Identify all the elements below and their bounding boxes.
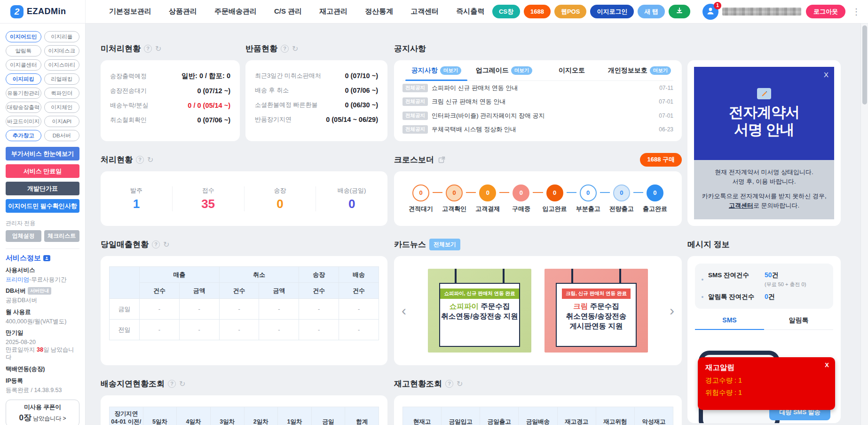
refresh-icon[interactable]: ↻ xyxy=(457,379,463,388)
pill-alimtalk[interactable]: 알림톡 xyxy=(6,45,41,56)
scrollbar-thumb[interactable] xyxy=(862,25,867,104)
close-icon[interactable]: X xyxy=(824,71,829,79)
checklist-button[interactable]: 체크리스트 xyxy=(44,230,80,242)
refresh-icon[interactable]: ↻ xyxy=(179,379,185,388)
external-link-icon[interactable] xyxy=(438,156,445,163)
step-quote-wait[interactable]: 0견적대기 xyxy=(406,184,435,213)
pill-ezreple[interactable]: 이지리플 xyxy=(44,31,80,42)
nav-basic-info[interactable]: 기본정보관리 xyxy=(109,7,151,16)
help-icon[interactable]: ? xyxy=(136,156,144,164)
pill-bulk-invoice[interactable]: 대량송장출력 xyxy=(6,102,41,113)
tab-privacy[interactable]: 개인정보보호더보기 xyxy=(606,60,673,80)
coupon-line1: 미사용 쿠폰이 xyxy=(9,403,76,411)
more-badge[interactable]: 더보기 xyxy=(650,66,671,75)
help-icon[interactable]: ? xyxy=(144,45,152,53)
nav-cs[interactable]: C/S 관리 xyxy=(274,7,302,16)
step-full-out[interactable]: 0전량출고 xyxy=(607,184,636,213)
stat-value[interactable]: 35 xyxy=(173,197,244,211)
refresh-icon[interactable]: ↻ xyxy=(292,44,298,53)
pill-ezdesk[interactable]: 이지데스크 xyxy=(44,45,80,56)
help-icon[interactable]: ? xyxy=(281,45,289,53)
nav-inventory[interactable]: 재고관리 xyxy=(319,7,347,16)
ez-login-button[interactable]: 이지로그인 xyxy=(590,5,634,18)
notice-item[interactable]: 전체공지크림 신규 판매처 연동 안내07-01 xyxy=(402,95,673,109)
service-expiry-button[interactable]: 서비스 만료일 xyxy=(6,164,79,178)
notice-item[interactable]: 전체공지쇼피파이 신규 판매처 연동 안내07-11 xyxy=(402,81,673,95)
avatar[interactable]: 1 xyxy=(702,4,718,20)
server-guide-badge[interactable]: 서버안내 xyxy=(28,287,51,295)
refresh-icon[interactable]: ↻ xyxy=(147,155,153,164)
dev-price-button[interactable]: 개발단가표 xyxy=(6,182,79,195)
step-inbound-done[interactable]: 0입고완료 xyxy=(540,184,569,213)
notices-panel: 공지사항더보기 업그레이드더보기 이지오토 개인정보보호더보기 전체공지쇼피파이… xyxy=(394,60,682,141)
pill-ezpicking[interactable]: 이지피킹 xyxy=(6,73,41,85)
stat-value[interactable]: 1 xyxy=(101,197,172,211)
help-icon[interactable]: ? xyxy=(168,380,176,388)
nav-order-shipping[interactable]: 주문배송관리 xyxy=(214,7,257,16)
contract-banner[interactable]: X 전자계약서 서명 안내 xyxy=(694,67,834,160)
tab-alimtalk[interactable]: 알림톡 xyxy=(764,316,833,329)
pill-barcode-image[interactable]: 바코드이미지 xyxy=(6,116,41,127)
customer-center-link[interactable]: 고객센터 xyxy=(729,202,753,209)
pill-ezchain[interactable]: 이지체인 xyxy=(44,102,80,113)
addon-overview-button[interactable]: 부가서비스 한눈에보기 xyxy=(6,147,79,160)
stat-row: 배송누락/분실0 / 0 (05/14 ~) xyxy=(110,101,230,110)
logo[interactable]: 2 EZADMin xyxy=(0,0,86,23)
step-customer-confirm[interactable]: 0고객확인 xyxy=(440,184,469,213)
tab-sms[interactable]: SMS xyxy=(695,316,764,329)
carousel-next-icon[interactable]: › xyxy=(670,304,674,318)
col-today-in: 금일입고 xyxy=(442,407,480,425)
nav-customer-center[interactable]: 고객센터 xyxy=(410,7,439,16)
user-icon xyxy=(706,6,715,17)
company-settings-button[interactable]: 업체설정 xyxy=(6,230,41,242)
contract-banner-panel: X 전자계약서 서명 안내 현재 전자계약서 미서명 상태입니다. 서명 후, … xyxy=(687,60,841,226)
nav-products[interactable]: 상품관리 xyxy=(169,7,197,16)
cs-window-button[interactable]: CS창 xyxy=(492,5,520,18)
close-icon[interactable]: X xyxy=(825,361,829,369)
pill-expiry-mgmt[interactable]: 유통기한관리 xyxy=(6,88,41,99)
webpos-button[interactable]: 웹POS xyxy=(554,5,586,18)
refresh-icon[interactable]: ↻ xyxy=(155,44,161,53)
kebab-menu-icon[interactable]: ⋮ xyxy=(852,7,860,17)
tab-notices[interactable]: 공지사항더보기 xyxy=(402,60,470,80)
pill-dbserver[interactable]: DB서버 xyxy=(44,130,80,141)
pill-quickfinder[interactable]: 퀵파인더 xyxy=(44,88,80,99)
download-button[interactable] xyxy=(669,5,690,18)
carousel-prev-icon[interactable]: ‹ xyxy=(402,304,406,318)
buy-1688-button[interactable]: 1688 구매 xyxy=(640,153,682,167)
step-customer-pay[interactable]: 0고객결제 xyxy=(473,184,502,213)
card-shopify[interactable]: 쇼피파이, 신규 판매처 연동 완료 쇼피파이 주문수집 취소연동/송장전송 지… xyxy=(428,269,531,353)
col-today: 금일 xyxy=(311,407,345,425)
new-tab-button[interactable]: 새 탭 xyxy=(638,5,665,18)
tab-upgrade[interactable]: 업그레이드더보기 xyxy=(470,60,538,80)
pill-realpacking[interactable]: 리얼패킹 xyxy=(44,73,80,85)
view-all-badge[interactable]: 전체보기 xyxy=(429,239,460,250)
expiry-prefix: 만료일까지 xyxy=(6,346,37,353)
step-purchasing[interactable]: 0구매중 xyxy=(506,184,536,213)
notice-item[interactable]: 전체공지우체국택배 시스템 정상화 안내06-23 xyxy=(402,123,673,137)
col-stock-warning: 재고경고 xyxy=(557,407,596,425)
tab-ezauto[interactable]: 이지오토 xyxy=(538,60,606,80)
nav-settlement[interactable]: 정산통계 xyxy=(365,7,393,16)
nav-instant-print[interactable]: 즉시출력 xyxy=(456,7,484,16)
help-icon[interactable]: ? xyxy=(152,241,160,249)
stat-value[interactable]: 0 xyxy=(245,197,316,211)
stat-value[interactable]: 0 xyxy=(316,197,387,211)
pill-extra-warehouse[interactable]: 추가창고 xyxy=(6,130,41,141)
button-1688[interactable]: 1688 xyxy=(524,5,551,18)
more-badge[interactable]: 더보기 xyxy=(511,66,533,75)
pill-ezadmin[interactable]: 이지어드민 xyxy=(6,31,41,42)
required-check-button[interactable]: 이지어드민 필수확인사항 xyxy=(6,199,79,213)
step-ship-done[interactable]: 0출고완료 xyxy=(640,184,670,213)
step-partial-out[interactable]: 0부분출고 xyxy=(574,184,603,213)
more-badge[interactable]: 더보기 xyxy=(440,66,462,75)
help-icon[interactable]: ? xyxy=(445,380,453,388)
pill-ezcallcenter[interactable]: 이지콜센터 xyxy=(6,59,41,71)
notice-item[interactable]: 전체공지인터파크(바이즐) 관리자페이지 장애 공지07-01 xyxy=(402,109,673,123)
logout-button[interactable]: 로그아웃 xyxy=(806,5,845,18)
pill-ezapi[interactable]: 이지API xyxy=(44,116,80,127)
pill-ezsmarti[interactable]: 이지스마티 xyxy=(44,59,80,71)
coupon-box[interactable]: 미사용 쿠폰이 0장 남았습니다 > xyxy=(6,400,79,425)
card-kream[interactable]: 크림, 신규 판매처 연동 완료 크림 주문수집 취소연동/송장전송 게시판연동… xyxy=(544,269,648,353)
refresh-icon[interactable]: ↻ xyxy=(163,240,169,249)
